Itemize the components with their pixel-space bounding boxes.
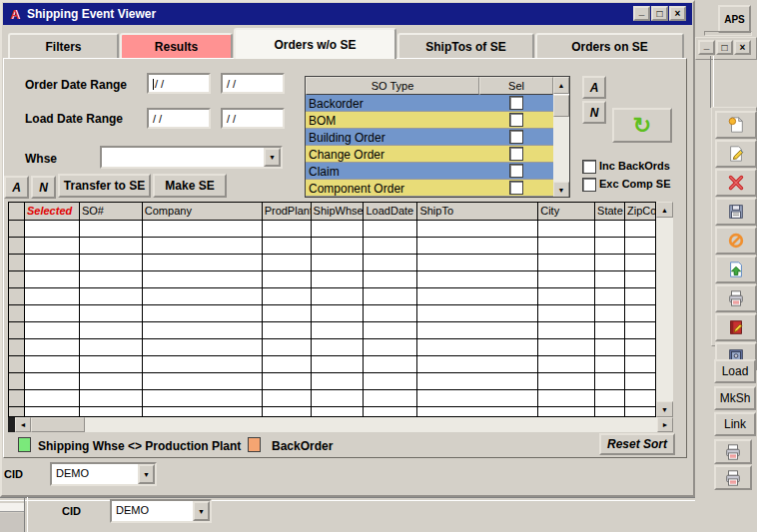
import-document-button[interactable]	[715, 256, 757, 283]
grid-cell[interactable]	[364, 322, 417, 339]
grid-cell[interactable]	[80, 288, 143, 305]
grid-column-header[interactable]: LoadDate	[364, 203, 417, 221]
grid-cell[interactable]	[417, 373, 538, 390]
row-header-cell[interactable]	[9, 288, 25, 305]
grid-cell[interactable]	[595, 390, 625, 407]
grid-cell[interactable]	[25, 238, 80, 255]
grid-cell[interactable]	[263, 339, 312, 356]
grid-column-header[interactable]: City	[538, 203, 595, 221]
grid-column-header[interactable]: ShipTo	[417, 203, 538, 221]
grid-cell[interactable]	[25, 271, 80, 288]
grid-cell[interactable]	[312, 305, 365, 322]
grid-cell[interactable]	[417, 305, 538, 322]
reset-sort-button[interactable]: Reset Sort	[599, 433, 675, 455]
cancel-button[interactable]	[715, 227, 757, 255]
grid-cell[interactable]	[595, 407, 625, 417]
maximize-button[interactable]: □	[651, 6, 668, 21]
so-scrollbar[interactable]: ▼	[553, 95, 569, 198]
order-date-from-input[interactable]: / /	[147, 73, 211, 94]
grid-cell[interactable]	[538, 238, 595, 255]
grid-cell[interactable]	[417, 339, 538, 356]
grid-cell[interactable]	[625, 271, 656, 288]
grid-cell[interactable]	[25, 373, 80, 390]
grid-scroll-up-icon[interactable]: ▲	[656, 202, 673, 218]
so-type-row[interactable]: Claim	[306, 163, 553, 180]
grid-cell[interactable]	[143, 288, 263, 305]
child-close-button[interactable]: ×	[734, 40, 751, 55]
exc-comp-se-checkbox[interactable]	[582, 178, 596, 192]
aps-button[interactable]: APS	[718, 5, 751, 33]
grid-cell[interactable]	[625, 255, 656, 271]
grid-cell[interactable]	[80, 390, 143, 407]
grid-hscrollbar[interactable]: ◄ ►	[15, 417, 673, 432]
grid-cell[interactable]	[417, 407, 538, 417]
child-minimize-button[interactable]: _	[698, 40, 715, 55]
grid-cell[interactable]	[417, 255, 538, 271]
grid-cell[interactable]	[625, 305, 656, 322]
order-date-to-input[interactable]: / /	[221, 73, 285, 94]
grid-cell[interactable]	[80, 339, 143, 356]
table-row[interactable]	[9, 238, 656, 255]
grid-cell[interactable]	[80, 255, 143, 271]
table-row[interactable]	[9, 339, 656, 356]
mksh-button[interactable]: MkSh	[714, 386, 756, 410]
grid-cell[interactable]	[625, 407, 656, 417]
row-header-cell[interactable]	[9, 339, 25, 356]
table-row[interactable]	[9, 305, 656, 322]
grid-cell[interactable]	[143, 322, 263, 339]
grid-cell[interactable]	[417, 238, 538, 255]
grid-cell[interactable]	[538, 255, 595, 271]
grid-cell[interactable]	[364, 407, 417, 417]
so-type-row[interactable]: BOM	[306, 112, 553, 129]
table-row[interactable]	[9, 288, 656, 305]
grid-column-header[interactable]: ZipCode	[625, 203, 656, 221]
grid-cell[interactable]	[25, 407, 80, 417]
grid-cell[interactable]	[595, 322, 625, 339]
row-header-cell[interactable]	[9, 356, 25, 373]
row-header-cell[interactable]	[9, 271, 25, 288]
table-row[interactable]	[9, 271, 656, 288]
whse-combobox[interactable]: ▼	[100, 146, 283, 169]
grid-cell[interactable]	[263, 305, 312, 322]
grid-cell[interactable]	[538, 356, 595, 373]
grid-cell[interactable]	[364, 305, 417, 322]
grid-cell[interactable]	[595, 255, 625, 271]
grid-cell[interactable]	[364, 288, 417, 305]
sel-column-header[interactable]: Sel	[479, 77, 553, 95]
titlebar[interactable]: A Shipping Event Viewer	[3, 3, 692, 25]
grid-cell[interactable]	[595, 356, 625, 373]
so-type-checkbox[interactable]	[509, 147, 523, 161]
refresh-button[interactable]: ↻	[612, 108, 672, 143]
grid-cell[interactable]	[263, 255, 312, 271]
row-header-cell[interactable]	[9, 305, 25, 322]
row-header-cell[interactable]	[9, 322, 25, 339]
so-type-row[interactable]: Component Order	[306, 180, 553, 197]
print-button[interactable]	[715, 284, 757, 312]
grid-cell[interactable]	[625, 390, 656, 407]
tab-orders-on-se[interactable]: Orders on SE	[535, 33, 684, 59]
tab-orders-wo-se[interactable]: Orders w/o SE	[234, 28, 396, 59]
grid-cell[interactable]	[80, 221, 143, 238]
grid-cell[interactable]	[312, 238, 365, 255]
grid-column-header[interactable]: State	[595, 203, 625, 221]
grid-cell[interactable]	[538, 407, 595, 417]
table-row[interactable]	[9, 322, 656, 339]
edit-document-button[interactable]	[715, 140, 757, 168]
grid-cell[interactable]	[595, 221, 625, 238]
grid-cell[interactable]	[538, 271, 595, 288]
so-type-checkbox[interactable]	[509, 164, 523, 178]
tab-filters[interactable]: Filters	[8, 33, 119, 59]
grid-cell[interactable]	[263, 221, 312, 238]
table-row[interactable]	[9, 221, 656, 238]
table-row[interactable]	[9, 390, 656, 407]
grid-cell[interactable]	[595, 339, 625, 356]
grid-cell[interactable]	[364, 221, 417, 238]
grid-cell[interactable]	[25, 288, 80, 305]
grid-cell[interactable]	[364, 373, 417, 390]
grid-cell[interactable]	[25, 322, 80, 339]
grid-cell[interactable]	[312, 271, 365, 288]
so-scroll-thumb[interactable]	[553, 95, 569, 117]
close-button[interactable]: ×	[669, 6, 686, 21]
grid-cell[interactable]	[25, 255, 80, 271]
so-type-checkbox[interactable]	[509, 130, 523, 144]
